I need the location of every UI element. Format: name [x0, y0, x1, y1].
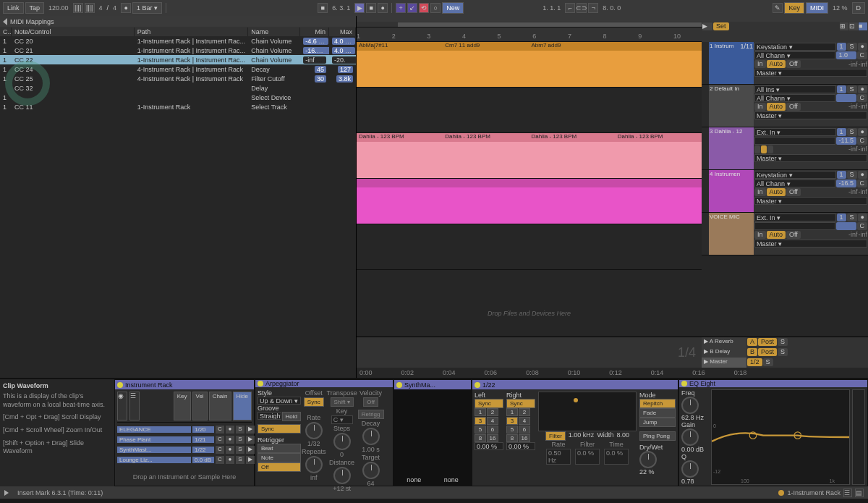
- delay-left-division-2[interactable]: 2: [487, 408, 498, 416]
- arrangement-pos[interactable]: 1. 1. 1: [540, 3, 563, 13]
- auto-button[interactable]: Auto: [767, 60, 786, 68]
- mixer-toggle-icon[interactable]: ■: [859, 22, 867, 30]
- delay-left-division-6[interactable]: 6: [487, 426, 498, 434]
- arm-button[interactable]: ●: [858, 128, 867, 136]
- synth-power-icon[interactable]: [396, 382, 402, 388]
- link-button[interactable]: Link: [3, 2, 24, 14]
- chain-row[interactable]: SynthMast...1/22C●S▶: [117, 445, 255, 455]
- punch-in-icon[interactable]: ⌐: [565, 3, 575, 13]
- track-lane[interactable]: [357, 88, 702, 133]
- auto-button[interactable]: Auto: [767, 231, 786, 239]
- tempo-field[interactable]: 120.00: [46, 3, 72, 13]
- eq-freq-knob[interactable]: [681, 397, 699, 414]
- tap-button[interactable]: Tap: [25, 2, 45, 14]
- in-button[interactable]: In: [754, 60, 766, 68]
- volume-field[interactable]: -16.5: [836, 179, 856, 187]
- arp-hold-button[interactable]: Hold: [282, 412, 301, 421]
- midi-mapping-row[interactable]: 1CC 244-Instrument Rack | Instrument Rac…: [0, 64, 356, 74]
- delay-left-division-5[interactable]: 5: [475, 426, 486, 434]
- track-num[interactable]: 1: [837, 85, 846, 93]
- sends-toggle-icon[interactable]: ⊡: [849, 22, 858, 30]
- midi-from-select[interactable]: Keystation ▾: [754, 43, 836, 51]
- track-header[interactable]: VOICE MIC: [709, 213, 754, 255]
- off-button[interactable]: Off: [786, 188, 801, 196]
- track-header[interactable]: 1 Instrum1/11: [709, 42, 754, 84]
- channel-select[interactable]: All Chann ▾: [754, 51, 835, 59]
- delay-pingpong[interactable]: Ping Pong: [639, 431, 676, 441]
- delay-left-offset[interactable]: 0.00 %: [475, 442, 503, 450]
- macro-view-icon[interactable]: ◉: [117, 392, 127, 420]
- arp-note-button[interactable]: Note: [258, 453, 301, 462]
- automation-arm-icon[interactable]: ↙: [407, 3, 417, 13]
- midi-mapping-row[interactable]: 1CC 254-Instrument Rack | Instrument Rac…: [0, 74, 356, 83]
- delay-left-division-16[interactable]: 16: [487, 434, 498, 442]
- nudge-up-icon[interactable]: ||||: [85, 3, 95, 13]
- vel-zone-button[interactable]: Vel: [192, 392, 208, 420]
- midi-from-select[interactable]: Ext. In ▾: [754, 128, 836, 136]
- midi-from-select[interactable]: Keystation ▾: [754, 171, 836, 179]
- clip[interactable]: Dahlia - 123 BPM: [443, 133, 529, 178]
- midi-from-select[interactable]: Ext. In ▾: [754, 214, 836, 221]
- stop-button[interactable]: ■: [366, 3, 376, 13]
- arp-beat-button[interactable]: Beat: [258, 444, 301, 453]
- time-ruler[interactable]: 0:000:020:040:060:080:100:120:140:160:18: [357, 368, 868, 378]
- delay-drywet-knob[interactable]: [639, 451, 657, 468]
- arp-rate-knob[interactable]: [305, 422, 323, 439]
- track-lane[interactable]: Dahlia - 123 BPMDahlia - 123 BPMDahlia -…: [357, 133, 702, 179]
- track-header[interactable]: 3 Dahlia - 12: [709, 127, 754, 169]
- delay-right-division-3[interactable]: 3: [506, 417, 518, 425]
- in-button[interactable]: In: [754, 103, 766, 111]
- output-select[interactable]: Master ▾: [754, 197, 867, 205]
- arp-retrigger-off-button[interactable]: Off: [258, 462, 301, 472]
- play-button[interactable]: ▶: [354, 3, 365, 13]
- capture-icon[interactable]: ○: [430, 3, 441, 13]
- delay-right-division-1[interactable]: 1: [506, 408, 518, 416]
- off-button[interactable]: Off: [786, 231, 801, 239]
- delay-right-division-16[interactable]: 16: [519, 434, 530, 442]
- chain-row[interactable]: Phase Plant1/21C●S▶: [117, 435, 255, 444]
- track-lane[interactable]: [357, 179, 702, 224]
- delay-mod-filter[interactable]: 0.0 %: [575, 449, 600, 465]
- clip[interactable]: Cm7 11 add9: [443, 42, 529, 87]
- output-select[interactable]: Master ▾: [754, 240, 867, 248]
- loop-length[interactable]: 8. 0. 0: [600, 3, 624, 13]
- arp-style-select[interactable]: Up & Down ▾: [258, 397, 301, 405]
- delay-right-division-5[interactable]: 5: [506, 426, 518, 434]
- arp-sync-button[interactable]: Sync: [258, 424, 301, 434]
- volume-field[interactable]: [836, 222, 856, 230]
- midi-mapping-row[interactable]: 1CC 201-Instrument Rack | Instrument Rac…: [0, 36, 356, 46]
- key-map-button[interactable]: Key: [784, 2, 804, 14]
- delay-filter-display[interactable]: [538, 392, 637, 431]
- in-button[interactable]: In: [754, 231, 766, 239]
- status-track[interactable]: 1-Instrument Rack: [787, 489, 841, 496]
- time-sig-den[interactable]: 4: [110, 3, 119, 13]
- arp-groove-select[interactable]: Straight ▾: [258, 412, 281, 420]
- volume-field[interactable]: [836, 94, 856, 102]
- output-select[interactable]: Master ▾: [754, 111, 867, 119]
- delay-right-division-4[interactable]: 4: [519, 417, 530, 425]
- delay-fade[interactable]: Fade: [639, 408, 676, 418]
- channel-select[interactable]: [754, 137, 835, 145]
- device-power-icon[interactable]: [117, 382, 123, 388]
- return-track[interactable]: ▶ A ReverbAPostS: [702, 337, 868, 347]
- track-num[interactable]: 1: [837, 43, 846, 51]
- reenable-auto-icon[interactable]: ⟲: [419, 3, 429, 13]
- arp-retrigg[interactable]: Retrigg: [358, 410, 384, 419]
- midi-mapping-row[interactable]: 1CC 221-Instrument Rack | Instrument Rac…: [0, 55, 356, 64]
- arm-button[interactable]: ●: [858, 214, 867, 221]
- overview-scrollbar[interactable]: [398, 22, 702, 27]
- position-display[interactable]: 6. 3. 1: [329, 3, 353, 13]
- delay-right-division-2[interactable]: 2: [519, 408, 530, 416]
- time-sig-num[interactable]: 4: [96, 3, 106, 13]
- delay-right-offset[interactable]: 0.00 %: [506, 442, 535, 450]
- delay-right-division-8[interactable]: 8: [506, 434, 518, 442]
- output-select[interactable]: Master ▾: [754, 154, 867, 162]
- output-select[interactable]: Master ▾: [754, 69, 867, 77]
- midi-from-select[interactable]: All Ins ▾: [754, 85, 836, 93]
- pan-field[interactable]: C: [857, 51, 868, 59]
- delay-left-division-3[interactable]: 3: [475, 417, 486, 425]
- return-track[interactable]: ▶ B DelayBPostS: [702, 347, 868, 358]
- arp-steps-knob[interactable]: [333, 433, 351, 450]
- arp-shift-button[interactable]: Shift ▾: [331, 397, 354, 407]
- io-toggle-icon[interactable]: ⊞: [840, 22, 848, 30]
